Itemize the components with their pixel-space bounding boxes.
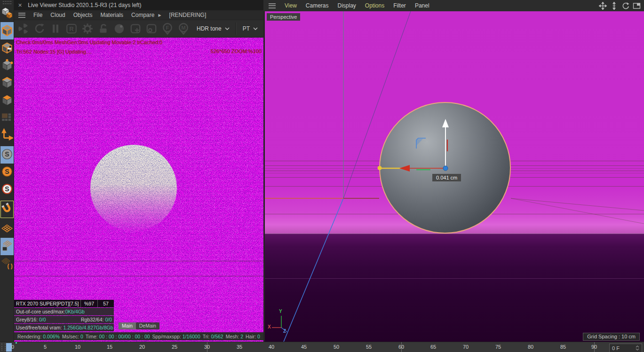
- restart-render-icon[interactable]: R: [64, 22, 79, 36]
- render-grid-line: [14, 276, 263, 276]
- menu-materials[interactable]: Materials: [100, 12, 123, 18]
- window-title: Live Viewer Studio 2020.1.5-R3 (21 days …: [28, 2, 141, 8]
- outofcore-row: Out-of-core used/max:0Kb/4Gb: [14, 308, 114, 315]
- uv-mode-button[interactable]: [0, 109, 14, 126]
- render-preview-area[interactable]: Check:0ms/0ms MeshGen:0ms Updating Movab…: [14, 38, 263, 342]
- enable-axis-button[interactable]: [0, 126, 14, 144]
- texture-mode-button[interactable]: [0, 39, 14, 57]
- status-tri: Tri: 0/562: [203, 334, 223, 339]
- timeline-grip[interactable]: [1, 344, 6, 351]
- palette-grip[interactable]: [3, 1, 11, 2]
- snap-orange-icon: S: [1, 165, 13, 180]
- move-distance-tooltip: 0.041 cm: [432, 174, 461, 181]
- frame-spinner-icons[interactable]: [636, 345, 639, 351]
- timeline-mark: 70: [463, 344, 469, 350]
- axis-y-label: Y: [279, 309, 282, 314]
- render-grid-line: [14, 261, 263, 261]
- gpu-load: %97: [81, 300, 98, 307]
- vp-menu-view[interactable]: View: [285, 2, 297, 9]
- octane-fan-icon[interactable]: [16, 22, 31, 36]
- magnet-icon: [1, 203, 13, 217]
- texture-mode-icon: [1, 41, 13, 55]
- pick-region-icon[interactable]: [144, 22, 159, 36]
- lock-resolution-icon[interactable]: [96, 22, 111, 36]
- vp-menu-panel[interactable]: Panel: [415, 2, 429, 9]
- uv-mode-icon: [1, 111, 13, 125]
- live-viewer-window: ✕ Live Viewer Studio 2020.1.5-R3 (21 day…: [14, 0, 263, 342]
- dolly-icon[interactable]: [610, 2, 618, 10]
- focus-pick-icon[interactable]: F: [160, 22, 175, 36]
- live-viewer-titlebar: ✕ Live Viewer Studio 2020.1.5-R3 (21 day…: [14, 0, 263, 10]
- material-pick-icon[interactable]: M: [176, 22, 191, 36]
- perspective-viewport[interactable]: Perspective 0.041 cm Grid Spacing : 10 c…: [265, 11, 644, 342]
- palette-grip2[interactable]: [3, 3, 11, 4]
- lock-workplane-button[interactable]: [0, 238, 14, 255]
- svg-text:( ): ( ): [7, 263, 12, 269]
- model-mode-icon: [1, 24, 13, 38]
- points-mode-button[interactable]: [0, 57, 14, 74]
- refresh-icon[interactable]: [32, 22, 47, 36]
- viewport-hamburger-icon[interactable]: [269, 3, 276, 8]
- frame-number-field[interactable]: 0 F: [609, 344, 642, 352]
- toolbar-separator: [236, 23, 237, 35]
- toggle-layout-icon[interactable]: [633, 2, 641, 10]
- rotate-icon[interactable]: [621, 2, 629, 10]
- timeline-mark: 40: [269, 344, 274, 350]
- render-debug-line1: Check:0ms/0ms MeshGen:0ms Updating Movab…: [16, 39, 162, 45]
- close-icon[interactable]: ✕: [18, 2, 22, 8]
- tab-main[interactable]: Main: [119, 322, 136, 329]
- render-zoom-info: 526*650 ZOOM:%100: [211, 48, 262, 54]
- gpu-temp: 57: [98, 300, 114, 307]
- status-mssec: Ms/sec: 0: [62, 334, 83, 339]
- svg-text:S: S: [5, 167, 9, 175]
- snap-gray-button[interactable]: S: [0, 146, 14, 164]
- edges-mode-button[interactable]: [0, 74, 14, 92]
- timeline-mark: 55: [366, 344, 372, 350]
- workplane-icon: [1, 222, 13, 236]
- timeline-ruler[interactable]: 0 5 10 15 20 25 30 35 40 45 50 55 60 65 …: [0, 342, 644, 352]
- menu-cloud[interactable]: Cloud: [50, 12, 65, 18]
- menu-compare[interactable]: Compare: [131, 12, 154, 18]
- pause-icon[interactable]: [48, 22, 63, 36]
- vp-menu-options[interactable]: Options: [365, 2, 384, 9]
- magnet-snap-button[interactable]: [0, 201, 14, 218]
- make-editable-button[interactable]: [0, 5, 14, 22]
- menu-objects[interactable]: Objects: [73, 12, 93, 18]
- vram-row: Used/free/total vram: 1.256Gb/4.827Gb/8G…: [14, 324, 114, 331]
- timeline-mark: 75: [495, 344, 501, 350]
- submenu-arrow-icon: ▶: [158, 13, 161, 17]
- render-debug-line2: Tri:562 Nodes:15 [G] Updating....: [16, 49, 92, 55]
- hdr-tone-dropdown[interactable]: HDR tone: [192, 25, 234, 32]
- settings-gear-icon[interactable]: [80, 22, 95, 36]
- render-ball-icon[interactable]: [112, 22, 127, 36]
- vp-menu-display[interactable]: Display: [337, 2, 356, 9]
- tab-demain[interactable]: DeMain: [136, 322, 159, 329]
- live-viewer-menubar: File Cloud Objects Materials Compare ▶ […: [14, 10, 263, 20]
- vp-menu-cameras[interactable]: Cameras: [306, 2, 329, 9]
- rendering-status-label: [RENDERING]: [169, 12, 207, 18]
- vp-menu-filter[interactable]: Filter: [393, 2, 406, 9]
- noisy-render-image: [14, 38, 263, 342]
- points-mode-icon: [1, 59, 13, 73]
- add-region-icon[interactable]: [128, 22, 143, 36]
- workplane-mode-button[interactable]: ( ): [0, 255, 14, 273]
- axis-x-label: X: [268, 324, 271, 329]
- snap-orange-button[interactable]: S: [0, 164, 14, 181]
- timeline-mark: 45: [301, 344, 307, 350]
- render-mode-dropdown[interactable]: PT: [239, 25, 262, 32]
- make-editable-icon: [1, 7, 13, 21]
- model-mode-button[interactable]: [0, 22, 14, 39]
- timeline-mark: 65: [430, 344, 436, 350]
- snap-white-button[interactable]: S: [0, 181, 14, 198]
- pan-icon[interactable]: [599, 2, 607, 10]
- menu-file[interactable]: File: [33, 12, 42, 18]
- hamburger-menu-icon[interactable]: [18, 13, 25, 18]
- snap-white-icon: S: [1, 183, 13, 197]
- workplane-button[interactable]: [0, 220, 14, 238]
- timeline-mark: 90: [591, 344, 597, 350]
- view-name-badge[interactable]: Perspective: [267, 13, 300, 21]
- render-status-bar: Rendering: 0.006% Ms/sec: 0 Time: 00 : 0…: [14, 332, 263, 340]
- polygons-mode-button[interactable]: [0, 92, 14, 109]
- svg-text:S: S: [5, 150, 9, 157]
- timeline-mark: 85: [560, 344, 566, 350]
